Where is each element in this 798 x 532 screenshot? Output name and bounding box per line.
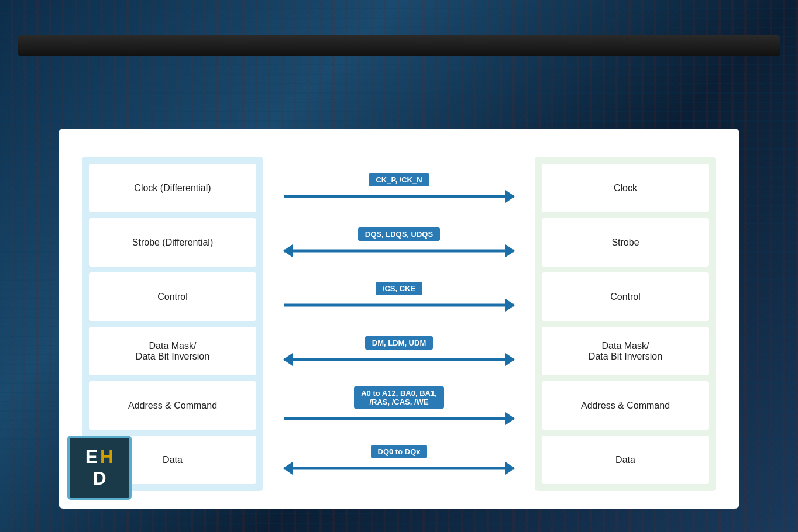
arrow-head-left-1 [283, 244, 293, 257]
memory-item-2: Control [542, 272, 709, 321]
memory-item-5: Data [542, 436, 709, 484]
logo: E H D [67, 436, 132, 500]
arrow-head-right-5 [505, 462, 515, 475]
memory-column: ClockStrobeControlData Mask/ Data Bit In… [535, 157, 716, 491]
arrow-head-right-4 [505, 412, 515, 425]
arrow-shaft-3 [284, 358, 514, 361]
arrow-row-4: A0 to A12, BA0, BA1, /RAS, /CAS, /WE [263, 381, 535, 430]
logo-top: E H [85, 446, 113, 468]
memory-item-3: Data Mask/ Data Bit Inversion [542, 327, 709, 375]
main-content: Clock (Differential)Strobe (Differential… [59, 129, 739, 509]
arrow-row-3: DM, LDM, UDM [263, 327, 535, 375]
processor-item-0: Clock (Differential) [89, 164, 256, 212]
arrow-row-1: DQS, LDQS, UDQS [263, 218, 535, 267]
memory-item-1: Strobe [542, 218, 709, 267]
processor-item-1: Strobe (Differential) [89, 218, 256, 267]
arrow-line-1 [284, 244, 514, 257]
processor-item-2: Control [89, 272, 256, 321]
arrow-shaft-1 [284, 250, 514, 253]
signal-label-4: A0 to A12, BA0, BA1, /RAS, /CAS, /WE [354, 386, 444, 409]
arrow-shaft-2 [284, 304, 514, 307]
memory-item-4: Address & Command [542, 381, 709, 430]
signal-label-5: DQ0 to DQx [371, 445, 428, 458]
processor-item-3: Data Mask/ Data Bit Inversion [89, 327, 256, 375]
arrow-head-left-5 [283, 462, 293, 475]
logo-letter-d: D [92, 468, 106, 489]
arrow-head-right-1 [505, 244, 515, 257]
signal-label-0: CK_P, /CK_N [369, 173, 429, 186]
arrow-head-right-2 [505, 299, 515, 312]
title-bar [18, 35, 780, 56]
arrow-head-right-3 [505, 353, 515, 366]
rows-area: Clock (Differential)Strobe (Differential… [82, 157, 716, 491]
arrow-line-0 [284, 190, 514, 203]
arrow-head-left-3 [283, 353, 293, 366]
arrow-row-5: DQ0 to DQx [263, 436, 535, 484]
arrow-row-0: CK_P, /CK_N [263, 164, 535, 212]
processor-item-4: Address & Command [89, 381, 256, 430]
logo-letter-h: H [100, 446, 113, 468]
arrow-line-5 [284, 462, 514, 475]
signal-label-3: DM, LDM, UDM [365, 336, 433, 350]
signal-label-2: /CS, CKE [376, 282, 422, 295]
arrow-line-4 [284, 412, 514, 425]
arrow-shaft-0 [284, 195, 514, 198]
logo-letter-e: E [85, 446, 98, 468]
logo-bottom: D [92, 468, 106, 489]
arrow-line-3 [284, 353, 514, 366]
arrow-shaft-5 [284, 467, 514, 470]
arrows-column: CK_P, /CK_NDQS, LDQS, UDQS/CS, CKEDM, LD… [263, 157, 535, 491]
signal-label-1: DQS, LDQS, UDQS [358, 227, 440, 241]
arrow-line-2 [284, 299, 514, 312]
arrow-row-2: /CS, CKE [263, 272, 535, 321]
arrow-head-right-0 [505, 190, 515, 203]
arrow-shaft-4 [284, 417, 514, 420]
memory-item-0: Clock [542, 164, 709, 212]
